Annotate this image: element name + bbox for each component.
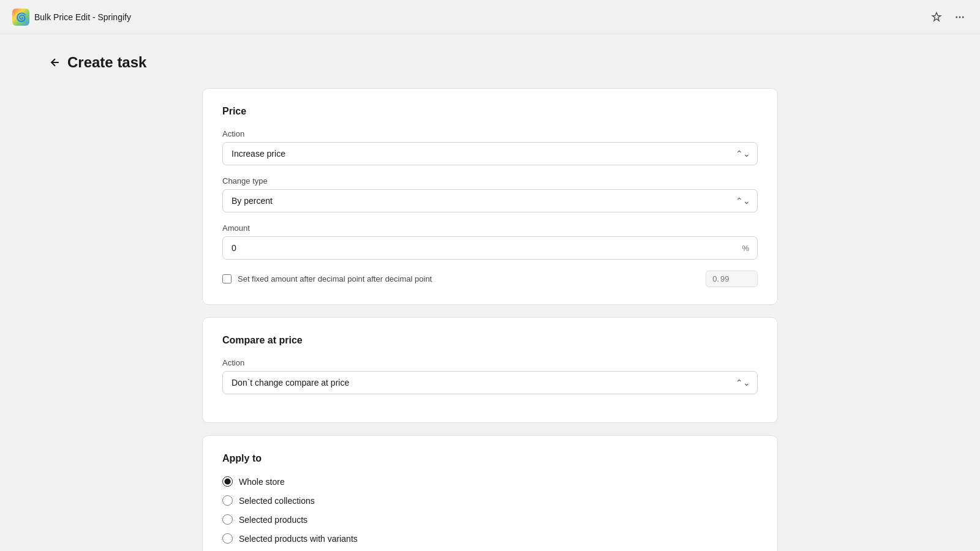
- app-title: Bulk Price Edit - Springify: [34, 12, 131, 22]
- main-content: Create task Price Action Increase price …: [0, 34, 980, 551]
- topbar: 🌀 Bulk Price Edit - Springify: [0, 0, 980, 34]
- radio-selected-products-variants: Selected products with variants: [222, 533, 758, 544]
- change-type-label: Change type: [222, 176, 758, 186]
- apply-to-card: Apply to Whole store Selected collection…: [202, 435, 778, 551]
- radio-whole-store: Whole store: [222, 476, 758, 487]
- decimal-checkbox-label: Set fixed amount after decimal point aft…: [238, 274, 699, 283]
- decimal-checkbox-row: Set fixed amount after decimal point aft…: [222, 271, 758, 287]
- compare-at-price-card: Compare at price Action Don`t change com…: [202, 317, 778, 423]
- svg-point-2: [962, 16, 964, 18]
- back-button[interactable]: [49, 56, 61, 69]
- compare-action-field-group: Action Don`t change compare at price Inc…: [222, 358, 758, 394]
- change-type-field-group: Change type By percent By amount Set fix…: [222, 176, 758, 212]
- svg-point-1: [959, 16, 961, 18]
- apply-radio-group: Whole store Selected collections Selecte…: [222, 476, 758, 544]
- decimal-value-input[interactable]: [720, 274, 751, 283]
- action-select-wrapper: Increase price Decrease price Set price …: [222, 142, 758, 165]
- price-section-title: Price: [222, 106, 758, 117]
- action-label: Action: [222, 129, 758, 138]
- radio-selected-products-variants-input[interactable]: [222, 533, 233, 544]
- compare-action-select[interactable]: Don`t change compare at price Increase p…: [222, 371, 758, 394]
- compare-action-label: Action: [222, 358, 758, 367]
- price-card: Price Action Increase price Decrease pri…: [202, 88, 778, 305]
- radio-selected-products-variants-label: Selected products with variants: [239, 534, 358, 544]
- compare-section-title: Compare at price: [222, 335, 758, 346]
- apply-section-title: Apply to: [222, 453, 758, 464]
- radio-selected-collections-input[interactable]: [222, 495, 233, 506]
- radio-selected-collections: Selected collections: [222, 495, 758, 506]
- amount-label: Amount: [222, 223, 758, 233]
- decimal-checkbox[interactable]: [222, 274, 232, 283]
- radio-selected-products: Selected products: [222, 514, 758, 525]
- decimal-input-wrapper: 0.: [706, 271, 758, 287]
- svg-point-0: [956, 16, 957, 18]
- more-button[interactable]: [952, 9, 968, 25]
- app-icon: 🌀: [12, 9, 29, 26]
- topbar-actions: [929, 9, 968, 25]
- action-select[interactable]: Increase price Decrease price Set price: [222, 142, 758, 165]
- pin-button[interactable]: [929, 9, 944, 25]
- app-branding: 🌀 Bulk Price Edit - Springify: [12, 9, 131, 26]
- change-type-select-wrapper: By percent By amount Set fixed price ⌃⌄: [222, 189, 758, 212]
- decimal-prefix: 0.: [712, 274, 719, 283]
- compare-action-select-wrapper: Don`t change compare at price Increase p…: [222, 371, 758, 394]
- amount-suffix: %: [742, 244, 749, 253]
- page-title: Create task: [67, 54, 146, 71]
- change-type-select[interactable]: By percent By amount Set fixed price: [222, 189, 758, 212]
- radio-selected-products-label: Selected products: [239, 515, 307, 525]
- radio-whole-store-input[interactable]: [222, 476, 233, 487]
- amount-input-wrapper: %: [222, 236, 758, 260]
- radio-whole-store-label: Whole store: [239, 477, 285, 487]
- page-header: Create task: [49, 54, 931, 71]
- radio-selected-products-input[interactable]: [222, 514, 233, 525]
- amount-field-group: Amount %: [222, 223, 758, 260]
- radio-selected-collections-label: Selected collections: [239, 496, 315, 506]
- action-field-group: Action Increase price Decrease price Set…: [222, 129, 758, 165]
- amount-input[interactable]: [222, 236, 758, 260]
